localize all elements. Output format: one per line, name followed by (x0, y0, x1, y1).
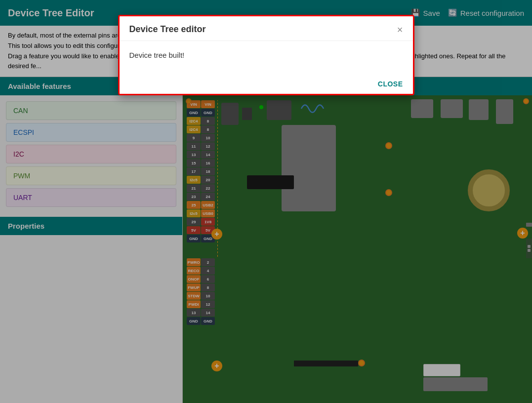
modal-overlay: Device Tree editor × Device tree built! … (0, 0, 532, 403)
modal-title: Device Tree editor (129, 24, 206, 35)
modal-message: Device tree built! (129, 51, 185, 59)
modal-dialog: Device Tree editor × Device tree built! … (118, 15, 414, 95)
modal-footer: CLOSE (120, 74, 413, 94)
modal-body: Device tree built! (120, 41, 413, 74)
modal-close-x-button[interactable]: × (397, 25, 403, 35)
modal-header: Device Tree editor × (120, 16, 413, 41)
modal-close-button[interactable]: CLOSE (378, 80, 403, 88)
